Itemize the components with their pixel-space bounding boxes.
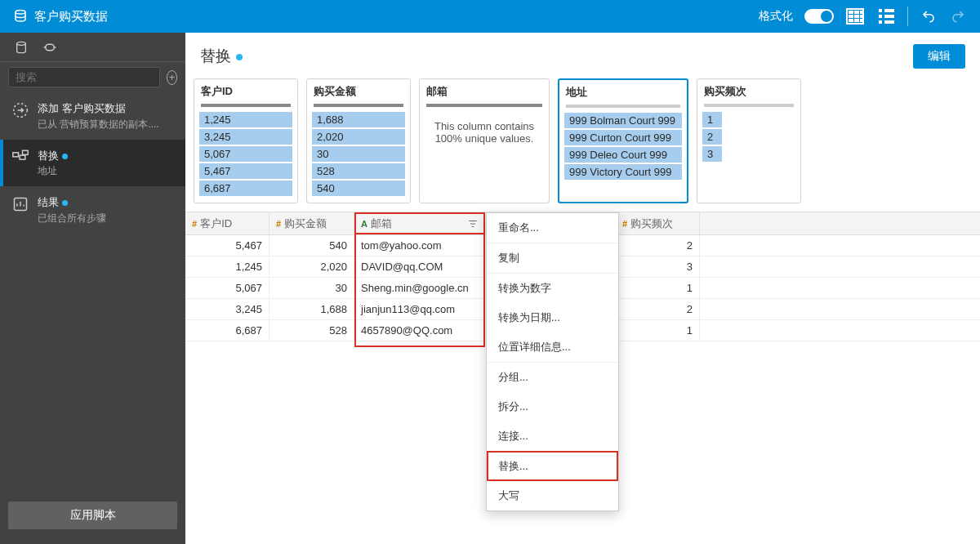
cell: 5,467 <box>185 235 270 256</box>
main-area: 替换 编辑 客户ID1,2453,2455,0675,4676,687购买金额1… <box>185 33 980 544</box>
cell: 2,020 <box>270 256 354 277</box>
card-value-pill[interactable]: 3 <box>702 146 722 162</box>
card-value-pill[interactable]: 1 <box>702 112 722 127</box>
data-grid: #客户ID #购买金额 A 邮箱 A地址 #购买频次 5,467540tom@y… <box>185 212 980 341</box>
cell: 5,067 <box>185 278 270 298</box>
menu-item[interactable]: 位置详细信息... <box>487 332 618 362</box>
sidebar-mode-icons <box>0 33 185 62</box>
distribution-bar <box>566 105 680 108</box>
top-bar: 客户购买数据 格式化 <box>0 0 980 33</box>
add-step-button[interactable]: + <box>167 70 177 85</box>
svg-rect-2 <box>46 44 55 51</box>
grid-view-icon[interactable] <box>845 7 865 25</box>
card-value-pill[interactable]: 999 Victory Court 999 <box>564 164 682 180</box>
main-header: 替换 编辑 <box>185 33 980 75</box>
redo-icon[interactable] <box>949 9 967 24</box>
card-value-pill[interactable]: 2 <box>702 129 722 145</box>
cell: 540 <box>270 235 354 256</box>
column-card[interactable]: 购买金额1,6882,02030528540 <box>306 78 411 203</box>
menu-item[interactable]: 复制 <box>487 243 618 273</box>
column-card[interactable]: 邮箱This column contains 100% unique value… <box>419 78 550 203</box>
card-value-pill[interactable]: 2,020 <box>312 129 405 145</box>
card-values: 1,6882,02030528540 <box>307 112 410 203</box>
card-value-pill[interactable]: 30 <box>312 146 405 162</box>
card-value-pill[interactable]: 999 Deleo Court 999 <box>564 147 682 163</box>
step-title: 添加 客户购买数据 <box>38 100 177 117</box>
card-value-pill[interactable]: 5,467 <box>199 163 292 179</box>
step-title: 结果 <box>38 196 59 208</box>
card-value-pill[interactable]: 1,245 <box>199 112 292 127</box>
title-group: 客户购买数据 <box>13 9 108 25</box>
menu-item[interactable]: 替换... <box>487 451 618 481</box>
cell: Sheng.min@google.cn <box>354 278 485 298</box>
card-value-pill[interactable]: 3,245 <box>199 129 292 145</box>
menu-item[interactable]: 拆分... <box>487 392 618 421</box>
card-values: 1,2453,2455,0675,4676,687 <box>194 112 297 203</box>
card-values: 999 Bolman Court 999999 Curton Court 999… <box>559 113 687 186</box>
list-view-icon[interactable] <box>876 7 896 25</box>
menu-item[interactable]: 转换为数字 <box>487 273 618 303</box>
grid-col-frequency[interactable]: #购买频次 <box>616 212 700 234</box>
menu-item[interactable]: 转换为日期... <box>487 303 618 332</box>
card-value-pill[interactable]: 540 <box>312 181 405 196</box>
database-small-icon[interactable] <box>15 41 28 54</box>
grid-col-amount[interactable]: #购买金额 <box>270 212 354 234</box>
edit-button[interactable]: 编辑 <box>913 44 965 69</box>
menu-item[interactable]: 重命名... <box>487 213 618 243</box>
page-title: 客户购买数据 <box>34 9 108 25</box>
step-replace[interactable]: 替换 地址 <box>0 140 185 187</box>
step-subtitle: 地址 <box>38 163 177 178</box>
step-result[interactable]: 结果 已组合所有步骤 <box>0 186 185 234</box>
result-icon <box>12 196 29 212</box>
modified-dot-icon <box>62 200 68 206</box>
modified-dot-icon <box>62 154 68 159</box>
grid-col-customer-id[interactable]: #客户ID <box>185 212 270 234</box>
column-card[interactable]: 客户ID1,2453,2455,0675,4676,687 <box>194 78 298 203</box>
cell: jianjun113@qq.com <box>354 299 485 319</box>
card-value-pill[interactable]: 1,688 <box>312 112 405 127</box>
modified-dot-icon <box>236 54 243 60</box>
column-card[interactable]: 购买频次123 <box>697 78 801 203</box>
card-value-pill[interactable]: 6,687 <box>199 181 292 196</box>
text-type-icon: A <box>361 219 368 229</box>
import-icon <box>12 102 29 118</box>
column-menu-button[interactable] <box>465 216 481 232</box>
search-row: + <box>0 62 185 92</box>
database-icon <box>13 9 28 24</box>
grid-col-email[interactable]: A 邮箱 <box>354 212 485 234</box>
cell: 3,245 <box>185 299 270 319</box>
hash-icon: # <box>622 219 627 229</box>
cell: DAVID@qq.COM <box>354 256 485 277</box>
column-cards-row: 客户ID1,2453,2455,0675,4676,687购买金额1,6882,… <box>185 75 980 212</box>
distribution-bar <box>704 104 794 107</box>
card-title: 购买频次 <box>697 79 800 104</box>
cell: 1 <box>616 278 700 298</box>
step-list: 添加 客户购买数据 已从 营销预算数据的副本.... 替换 地址 结果 已组合所… <box>0 92 185 490</box>
undo-icon[interactable] <box>920 9 938 24</box>
card-value-pill[interactable]: 999 Curton Court 999 <box>564 130 682 145</box>
format-label: 格式化 <box>759 9 793 24</box>
format-toggle[interactable] <box>804 9 834 24</box>
menu-item[interactable]: 连接... <box>487 421 618 451</box>
search-input[interactable] <box>8 67 160 87</box>
step-subtitle: 已从 营销预算数据的副本.... <box>38 117 177 132</box>
hash-icon: # <box>192 219 197 229</box>
step-subtitle: 已组合所有步骤 <box>38 211 177 225</box>
column-card[interactable]: 地址999 Bolman Court 999999 Curton Court 9… <box>558 78 688 203</box>
card-title: 客户ID <box>194 79 297 104</box>
card-value-pill[interactable]: 5,067 <box>199 146 292 162</box>
svg-point-1 <box>17 42 26 45</box>
apply-script-button[interactable]: 应用脚本 <box>8 502 177 529</box>
svg-rect-4 <box>13 152 19 156</box>
svg-rect-6 <box>23 150 29 154</box>
column-context-menu: 重命名...复制转换为数字转换为日期...位置详细信息...分组...拆分...… <box>486 212 619 511</box>
card-value-pill[interactable]: 999 Bolman Court 999 <box>564 113 682 128</box>
card-value-pill[interactable]: 528 <box>312 163 405 179</box>
cell: 2 <box>616 299 700 319</box>
node-icon[interactable] <box>42 42 57 53</box>
cell: 1 <box>616 320 700 341</box>
main-heading: 替换 <box>200 47 231 65</box>
step-add-data[interactable]: 添加 客户购买数据 已从 营销预算数据的副本.... <box>0 92 185 140</box>
menu-item[interactable]: 分组... <box>487 362 618 392</box>
menu-item[interactable]: 大写 <box>487 481 618 511</box>
